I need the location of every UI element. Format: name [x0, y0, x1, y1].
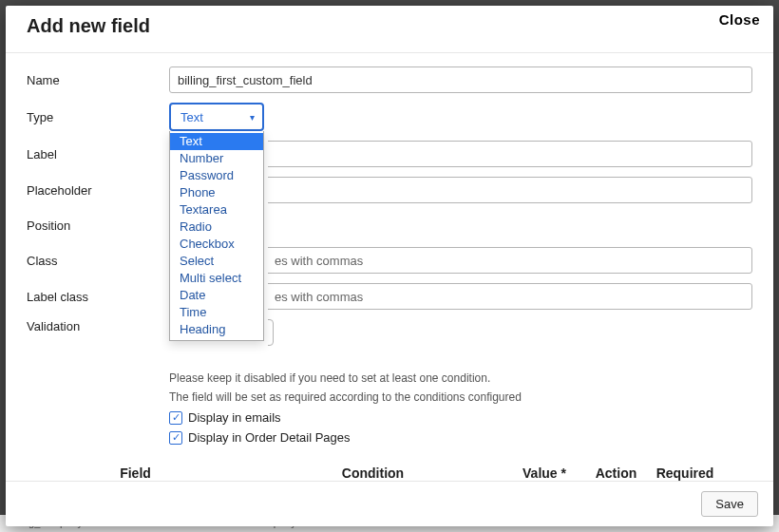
label-type: Type [27, 110, 169, 124]
hint-line-1: Please keep it disabled if you need to s… [169, 370, 752, 386]
header-action: Action [585, 466, 647, 481]
row-label-class: Label class [27, 283, 752, 310]
type-option[interactable]: Select [170, 253, 263, 270]
checkbox-label: Display in emails [188, 410, 281, 425]
label-label: Label [27, 147, 169, 162]
checkbox-icon: ✓ [169, 431, 182, 445]
header-condition: Condition [242, 466, 504, 481]
type-option[interactable]: Text [170, 133, 263, 150]
type-option[interactable]: Time [170, 304, 263, 321]
row-position: Position [27, 213, 752, 238]
type-select-value: Text [180, 110, 203, 124]
row-name: Name [27, 66, 752, 93]
chevron-down-icon: ▾ [250, 112, 255, 123]
type-select[interactable]: Text ▾ [169, 103, 264, 131]
type-option[interactable]: Password [170, 167, 263, 184]
type-option[interactable]: Multi select [170, 270, 263, 287]
row-placeholder: Placeholder [27, 177, 752, 203]
type-option[interactable]: Phone [170, 184, 263, 201]
type-option[interactable]: Number [170, 150, 263, 167]
conditions-header: Field Condition Value * Action Required … [27, 466, 752, 481]
close-button[interactable]: Close [712, 8, 768, 31]
checkbox-label: Display in Order Detail Pages [188, 430, 351, 445]
checkbox-display-emails[interactable]: ✓ Display in emails [169, 410, 752, 425]
type-dropdown[interactable]: TextNumberPasswordPhoneTextareaRadioChec… [169, 131, 264, 341]
row-validation: Validation ▾ Please keep it disabled if … [27, 319, 752, 445]
header-required: Required * [647, 466, 723, 481]
label-class: Class [27, 254, 169, 268]
row-type: Type Text ▾ TextNumberPasswordPhoneTexta… [27, 103, 752, 131]
add-field-modal: Close Add new field Name Type Text ▾ Tex… [6, 6, 773, 526]
modal-header: Add new field [6, 6, 773, 53]
checkbox-display-order-detail[interactable]: ✓ Display in Order Detail Pages [169, 430, 752, 445]
row-class: Class [27, 247, 752, 274]
modal-title: Add new field [27, 15, 150, 37]
name-input[interactable] [169, 66, 752, 93]
conditions-section: Field Condition Value * Action Required … [27, 466, 752, 481]
type-option[interactable]: Heading [170, 321, 263, 338]
checkbox-icon: ✓ [169, 411, 182, 425]
save-button[interactable]: Save [701, 491, 758, 517]
label-labelclass: Label class [27, 290, 169, 304]
hint-line-2: The field will be set as required accord… [169, 390, 752, 405]
type-option[interactable]: Radio [170, 218, 263, 236]
label-validation: Validation [27, 319, 169, 333]
header-field: Field [28, 466, 242, 481]
label-name: Name [27, 73, 169, 87]
type-option[interactable]: Checkbox [170, 236, 263, 253]
type-option[interactable]: Date [170, 287, 263, 304]
label-position: Position [27, 218, 169, 233]
header-value: Value * [511, 466, 578, 481]
row-label: Label [27, 141, 752, 167]
type-option[interactable]: Textarea [170, 201, 263, 218]
label-placeholder: Placeholder [27, 183, 169, 198]
modal-footer: Save [6, 481, 773, 526]
modal-body: Name Type Text ▾ TextNumberPasswordPhone… [6, 53, 773, 481]
